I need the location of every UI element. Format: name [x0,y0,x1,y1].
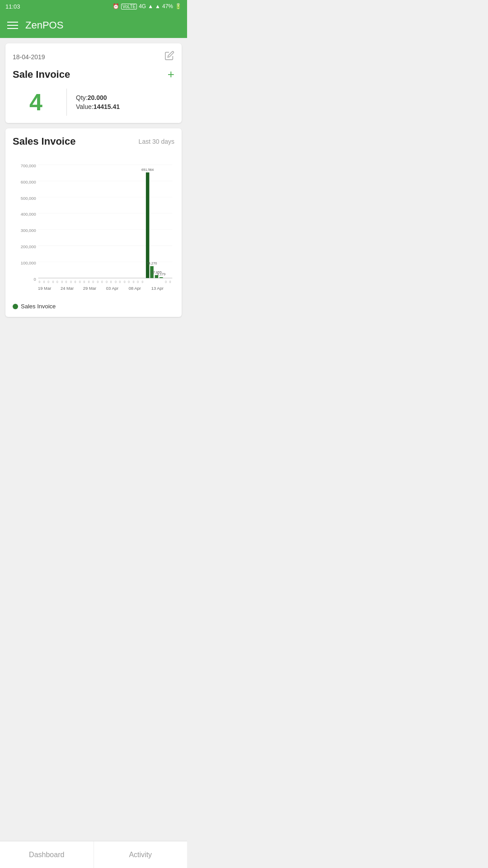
alarm-icon: ⏰ [113,3,119,9]
svg-text:74,270: 74,270 [147,261,157,265]
add-invoice-button[interactable]: + [168,67,174,81]
status-bar: 11:03 ⏰ VoLTE 4G ▲ ▲ 47% 🔋 [0,0,187,13]
network-4g-icon: 4G [139,3,146,9]
svg-text:0: 0 [88,280,90,283]
hamburger-menu[interactable] [7,22,18,29]
bar-4 [160,277,163,278]
sales-chart-card: Sales Invoice Last 30 days 700,000 600,0… [5,128,182,317]
svg-text:13 Apr: 13 Apr [151,286,164,291]
chart-legend: Sales Invoice [13,303,174,310]
svg-text:651,564: 651,564 [141,168,154,172]
status-time: 11:03 [5,3,20,10]
svg-text:3,179: 3,179 [157,272,165,276]
svg-text:08 Apr: 08 Apr [129,286,141,291]
main-content: 18-04-2019 Sale Invoice + 4 Qty:20.000 V… [0,38,187,359]
svg-text:0: 0 [70,280,72,283]
svg-text:0: 0 [52,280,54,283]
svg-text:0: 0 [106,280,108,283]
svg-text:500,000: 500,000 [21,196,36,201]
svg-text:0: 0 [61,280,63,283]
invoice-value: Value:14415.41 [76,103,120,110]
svg-text:0: 0 [34,277,36,282]
svg-text:400,000: 400,000 [21,212,36,217]
svg-text:0: 0 [56,280,58,283]
svg-text:100,000: 100,000 [21,260,36,265]
invoice-title: Sale Invoice [13,69,70,80]
chart-container: 700,000 600,000 500,000 400,000 300,000 … [13,155,174,299]
legend-dot [13,304,18,309]
invoice-stats: 4 Qty:20.000 Value:14415.41 [13,89,174,116]
svg-text:0: 0 [75,280,76,283]
edit-icon[interactable] [164,51,174,63]
svg-text:0: 0 [97,280,99,283]
svg-text:0: 0 [169,280,171,283]
svg-text:0: 0 [133,280,135,283]
svg-text:0: 0 [165,280,167,283]
legend-label: Sales Invoice [21,303,56,310]
invoice-values: Qty:20.000 Value:14415.41 [67,89,120,116]
svg-text:0: 0 [119,280,121,283]
volte-icon: VoLTE [121,4,137,9]
signal2-icon: ▲ [155,3,160,9]
bar-chart: 700,000 600,000 500,000 400,000 300,000 … [13,155,174,299]
invoice-date: 18-04-2019 [13,53,45,61]
svg-text:0: 0 [92,280,94,283]
svg-text:0: 0 [137,280,139,283]
svg-text:0: 0 [115,280,117,283]
battery-visual: 🔋 [175,3,182,9]
svg-text:0: 0 [79,280,81,283]
invoice-count: 4 [13,89,67,116]
app-header: ZenPOS [0,13,187,38]
invoice-qty: Qty:20.000 [76,94,120,101]
chart-period: Last 30 days [139,138,174,145]
svg-text:0: 0 [124,280,126,283]
svg-text:0: 0 [66,280,67,283]
signal-icon: ▲ [148,3,153,9]
sale-invoice-card: 18-04-2019 Sale Invoice + 4 Qty:20.000 V… [5,43,182,123]
svg-text:0: 0 [39,280,41,283]
svg-text:29 Mar: 29 Mar [83,286,96,291]
svg-text:19 Mar: 19 Mar [38,286,51,291]
invoice-title-row: Sale Invoice + [13,67,174,81]
invoice-card-header: 18-04-2019 [13,51,174,63]
chart-title: Sales Invoice [13,136,75,147]
invoice-value-value: 14415.41 [94,103,120,110]
svg-text:300,000: 300,000 [21,228,36,233]
app-title: ZenPOS [25,19,63,31]
svg-text:0: 0 [142,280,144,283]
svg-text:03 Apr: 03 Apr [106,286,118,291]
svg-text:0: 0 [101,280,103,283]
svg-text:0: 0 [47,280,49,283]
invoice-qty-value: 20.000 [88,94,107,101]
chart-card-header: Sales Invoice Last 30 days [13,136,174,147]
svg-text:24 Mar: 24 Mar [61,286,74,291]
status-right: ⏰ VoLTE 4G ▲ ▲ 47% 🔋 [113,3,182,9]
svg-text:700,000: 700,000 [21,163,36,168]
svg-text:600,000: 600,000 [21,179,36,184]
svg-text:0: 0 [128,280,130,283]
svg-text:0: 0 [83,280,85,283]
svg-text:0: 0 [43,280,45,283]
svg-text:0: 0 [110,280,112,283]
svg-text:200,000: 200,000 [21,244,36,249]
battery-icon: 47% [162,3,173,9]
